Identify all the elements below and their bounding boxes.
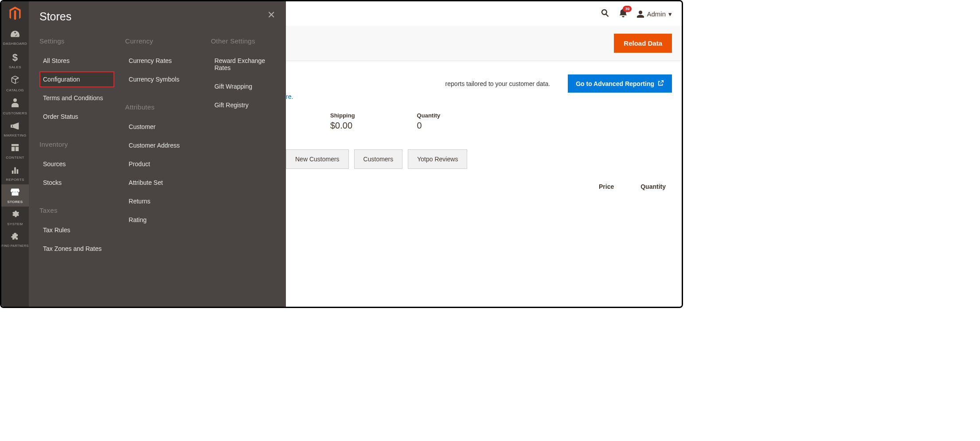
sidebar-item-dashboard[interactable]: DASHBOARD — [1, 26, 29, 48]
sidebar-item-label: FIND PARTNERS — [2, 244, 29, 247]
flyout-link-attr-returns[interactable]: Returns — [125, 193, 200, 209]
flyout-link-order-status[interactable]: Order Status — [39, 109, 114, 125]
stores-flyout-panel: Stores ✕ Settings All Stores Configurati… — [29, 1, 286, 307]
flyout-title: Stores — [29, 10, 286, 23]
stat-label: Quantity — [417, 112, 441, 119]
notifications-button[interactable]: 39 — [619, 8, 627, 20]
table-col-quantity: Quantity — [640, 183, 666, 190]
flyout-link-configuration[interactable]: Configuration — [39, 71, 114, 87]
caret-down-icon: ▾ — [668, 10, 672, 18]
external-link-icon — [658, 80, 664, 87]
person-icon — [12, 98, 19, 109]
sidebar-item-label: CUSTOMERS — [3, 111, 27, 115]
flyout-heading-attributes: Attributes — [125, 103, 200, 111]
sidebar-item-label: CONTENT — [6, 156, 24, 160]
puzzle-icon — [11, 232, 19, 242]
flyout-link-attr-customer[interactable]: Customer — [125, 119, 200, 135]
user-icon — [637, 11, 644, 18]
flyout-heading-inventory: Inventory — [39, 140, 114, 148]
sidebar-item-system[interactable]: SYSTEM — [1, 207, 29, 229]
layout-icon — [11, 144, 19, 154]
sidebar-item-marketing[interactable]: MARKETING — [1, 118, 29, 140]
flyout-heading-taxes: Taxes — [39, 207, 114, 214]
reload-bar: Reload Data — [286, 26, 682, 61]
flyout-link-terms[interactable]: Terms and Conditions — [39, 90, 114, 106]
reload-data-button[interactable]: Reload Data — [614, 34, 672, 53]
sidebar-item-label: STORES — [7, 200, 23, 204]
flyout-link-all-stores[interactable]: All Stores — [39, 53, 114, 69]
flyout-link-currency-rates[interactable]: Currency Rates — [125, 53, 200, 69]
tab-new-customers[interactable]: New Customers — [286, 149, 349, 169]
admin-sidebar: DASHBOARD $ SALES CATALOG CUSTOMERS MARK… — [1, 1, 29, 307]
flyout-heading-currency: Currency — [125, 37, 200, 45]
search-icon[interactable] — [601, 8, 609, 20]
dashboard-tabs: New Customers Customers Yotpo Reviews — [286, 131, 682, 169]
admin-account-menu[interactable]: Admin ▾ — [637, 10, 672, 18]
megaphone-icon — [11, 121, 20, 132]
flyout-link-attr-set[interactable]: Attribute Set — [125, 175, 200, 191]
sidebar-item-label: SALES — [9, 65, 21, 69]
flyout-heading-other: Other Settings — [211, 37, 286, 45]
flyout-link-attr-rating[interactable]: Rating — [125, 212, 200, 228]
flyout-link-attr-product[interactable]: Product — [125, 156, 200, 172]
stat-quantity: Quantity 0 — [417, 112, 441, 131]
sidebar-item-sales[interactable]: $ SALES — [1, 48, 29, 72]
table-col-price: Price — [599, 183, 614, 190]
flyout-link-tax-zones[interactable]: Tax Zones and Rates — [39, 241, 114, 257]
flyout-link-currency-symbols[interactable]: Currency Symbols — [125, 71, 200, 87]
advanced-reporting-text: reports tailored to your customer data. — [445, 80, 551, 87]
sidebar-item-customers[interactable]: CUSTOMERS — [1, 95, 29, 118]
gauge-icon — [11, 30, 20, 40]
storefront-icon — [11, 188, 20, 198]
sidebar-item-stores[interactable]: STORES — [1, 184, 29, 207]
dollar-icon: $ — [12, 52, 18, 63]
box-icon — [11, 75, 20, 86]
gear-icon — [11, 210, 19, 220]
tab-yotpo-reviews[interactable]: Yotpo Reviews — [408, 149, 467, 169]
flyout-link-gift-registry[interactable]: Gift Registry — [211, 97, 286, 113]
flyout-heading-settings: Settings — [39, 37, 114, 45]
advanced-reporting-row: reports tailored to your customer data. … — [286, 61, 682, 93]
main-content: 39 Admin ▾ Reload Data reports tailored … — [286, 1, 682, 307]
stat-value: $0.00 — [330, 121, 355, 131]
sidebar-item-label: DASHBOARD — [3, 42, 27, 46]
flyout-link-stocks[interactable]: Stocks — [39, 175, 114, 191]
close-icon[interactable]: ✕ — [267, 9, 275, 21]
notifications-badge: 39 — [623, 6, 632, 12]
bar-chart-icon — [11, 166, 19, 176]
sidebar-item-label: CATALOG — [6, 88, 24, 92]
table-header: Price Quantity — [286, 169, 682, 195]
top-bar: 39 Admin ▾ — [286, 1, 682, 26]
flyout-link-attr-customer-address[interactable]: Customer Address — [125, 137, 200, 153]
link-fragment[interactable]: re. — [286, 83, 293, 100]
flyout-link-tax-rules[interactable]: Tax Rules — [39, 222, 114, 238]
stats-row: Shipping $0.00 Quantity 0 — [286, 101, 682, 131]
magento-logo[interactable] — [1, 1, 29, 26]
sidebar-item-label: MARKETING — [4, 133, 26, 137]
advanced-reporting-button-label: Go to Advanced Reporting — [576, 80, 654, 87]
sidebar-item-catalog[interactable]: CATALOG — [1, 72, 29, 95]
flyout-link-reward-rates[interactable]: Reward Exchange Rates — [211, 53, 286, 76]
flyout-link-sources[interactable]: Sources — [39, 156, 114, 172]
sidebar-item-label: REPORTS — [6, 178, 24, 182]
tab-customers[interactable]: Customers — [354, 149, 403, 169]
sidebar-item-label: SYSTEM — [7, 222, 23, 226]
sidebar-item-partners[interactable]: FIND PARTNERS — [1, 229, 29, 250]
stat-label: Shipping — [330, 112, 355, 119]
stat-value: 0 — [417, 121, 441, 131]
advanced-reporting-button[interactable]: Go to Advanced Reporting — [568, 74, 672, 93]
flyout-link-gift-wrapping[interactable]: Gift Wrapping — [211, 78, 286, 94]
sidebar-item-content[interactable]: CONTENT — [1, 140, 29, 162]
admin-label: Admin — [647, 10, 666, 18]
sidebar-item-reports[interactable]: REPORTS — [1, 162, 29, 184]
stat-shipping: Shipping $0.00 — [330, 112, 355, 131]
